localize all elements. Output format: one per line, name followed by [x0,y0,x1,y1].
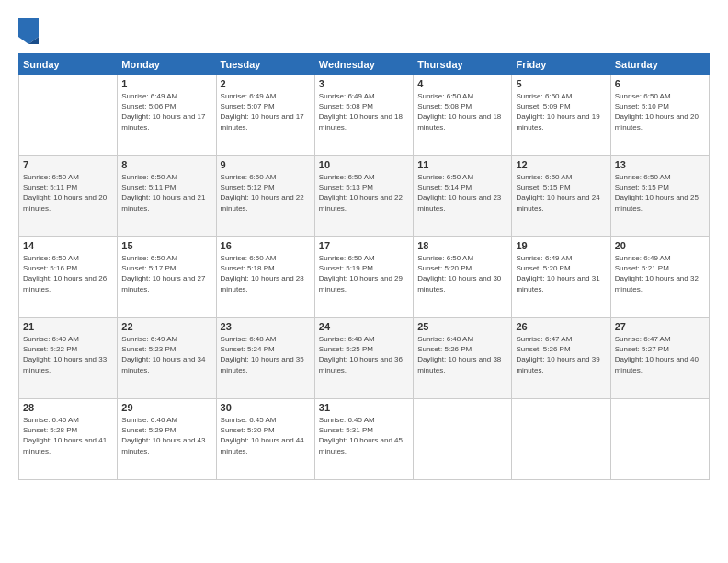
day-info: Sunrise: 6:49 AMSunset: 5:21 PMDaylight:… [615,253,705,294]
day-number: 19 [516,240,606,251]
calendar-header: SundayMondayTuesdayWednesdayThursdayFrid… [19,54,710,75]
day-number: 4 [417,78,507,89]
week-row-3: 21Sunrise: 6:49 AMSunset: 5:22 PMDayligh… [19,318,710,399]
day-number: 14 [23,240,113,251]
day-cell: 26Sunrise: 6:47 AMSunset: 5:26 PMDayligh… [512,318,610,399]
day-info: Sunrise: 6:49 AMSunset: 5:08 PMDaylight:… [319,91,409,132]
day-cell: 19Sunrise: 6:49 AMSunset: 5:20 PMDayligh… [512,237,610,318]
calendar-table: SundayMondayTuesdayWednesdayThursdayFrid… [18,53,710,480]
day-number: 25 [417,321,507,332]
day-cell: 28Sunrise: 6:46 AMSunset: 5:28 PMDayligh… [19,399,118,480]
day-number: 22 [121,321,211,332]
day-cell: 21Sunrise: 6:49 AMSunset: 5:22 PMDayligh… [19,318,118,399]
day-number: 16 [221,240,311,251]
day-number: 10 [319,159,409,170]
week-row-1: 7Sunrise: 6:50 AMSunset: 5:11 PMDaylight… [19,156,710,237]
day-cell [414,399,512,480]
day-cell: 2Sunrise: 6:49 AMSunset: 5:07 PMDaylight… [216,75,314,156]
day-cell: 3Sunrise: 6:49 AMSunset: 5:08 PMDaylight… [314,75,413,156]
day-info: Sunrise: 6:50 AMSunset: 5:15 PMDaylight:… [615,172,705,213]
day-number: 5 [516,78,606,89]
logo-icon [18,18,39,44]
page: SundayMondayTuesdayWednesdayThursdayFrid… [0,0,728,563]
day-info: Sunrise: 6:49 AMSunset: 5:23 PMDaylight:… [121,334,211,375]
day-cell: 12Sunrise: 6:50 AMSunset: 5:15 PMDayligh… [512,156,610,237]
day-cell: 24Sunrise: 6:48 AMSunset: 5:25 PMDayligh… [314,318,413,399]
day-number: 18 [417,240,507,251]
day-cell: 17Sunrise: 6:50 AMSunset: 5:19 PMDayligh… [314,237,413,318]
day-cell [512,399,610,480]
day-info: Sunrise: 6:50 AMSunset: 5:20 PMDaylight:… [417,253,507,294]
day-cell: 4Sunrise: 6:50 AMSunset: 5:08 PMDaylight… [414,75,512,156]
day-cell: 15Sunrise: 6:50 AMSunset: 5:17 PMDayligh… [118,237,216,318]
header [18,17,710,44]
day-number: 23 [221,321,311,332]
day-number: 17 [319,240,409,251]
day-info: Sunrise: 6:50 AMSunset: 5:19 PMDaylight:… [319,253,409,294]
day-number: 26 [516,321,606,332]
day-cell: 23Sunrise: 6:48 AMSunset: 5:24 PMDayligh… [216,318,314,399]
day-info: Sunrise: 6:45 AMSunset: 5:31 PMDaylight:… [319,415,409,456]
day-info: Sunrise: 6:47 AMSunset: 5:27 PMDaylight:… [615,334,705,375]
day-number: 9 [221,159,311,170]
day-info: Sunrise: 6:46 AMSunset: 5:29 PMDaylight:… [121,415,211,456]
day-cell: 25Sunrise: 6:48 AMSunset: 5:26 PMDayligh… [414,318,512,399]
day-cell [610,399,709,480]
day-info: Sunrise: 6:50 AMSunset: 5:12 PMDaylight:… [221,172,311,213]
day-number: 8 [121,159,211,170]
day-number: 21 [23,321,113,332]
day-cell: 8Sunrise: 6:50 AMSunset: 5:11 PMDaylight… [118,156,216,237]
day-cell: 11Sunrise: 6:50 AMSunset: 5:14 PMDayligh… [414,156,512,237]
day-number: 1 [121,78,211,89]
day-cell: 22Sunrise: 6:49 AMSunset: 5:23 PMDayligh… [118,318,216,399]
day-number: 30 [221,402,311,413]
day-cell: 6Sunrise: 6:50 AMSunset: 5:10 PMDaylight… [610,75,709,156]
day-info: Sunrise: 6:48 AMSunset: 5:24 PMDaylight:… [221,334,311,375]
day-info: Sunrise: 6:48 AMSunset: 5:26 PMDaylight:… [417,334,507,375]
weekday-monday: Monday [118,54,216,75]
day-cell: 20Sunrise: 6:49 AMSunset: 5:21 PMDayligh… [610,237,709,318]
day-info: Sunrise: 6:50 AMSunset: 5:13 PMDaylight:… [319,172,409,213]
day-number: 15 [121,240,211,251]
weekday-row: SundayMondayTuesdayWednesdayThursdayFrid… [19,54,710,75]
day-number: 13 [615,159,705,170]
calendar-body: 1Sunrise: 6:49 AMSunset: 5:06 PMDaylight… [19,75,710,480]
day-info: Sunrise: 6:45 AMSunset: 5:30 PMDaylight:… [221,415,311,456]
day-number: 6 [615,78,705,89]
day-info: Sunrise: 6:48 AMSunset: 5:25 PMDaylight:… [319,334,409,375]
weekday-sunday: Sunday [19,54,118,75]
day-cell: 10Sunrise: 6:50 AMSunset: 5:13 PMDayligh… [314,156,413,237]
day-number: 29 [121,402,211,413]
weekday-tuesday: Tuesday [216,54,314,75]
day-info: Sunrise: 6:49 AMSunset: 5:20 PMDaylight:… [516,253,606,294]
day-cell: 1Sunrise: 6:49 AMSunset: 5:06 PMDaylight… [118,75,216,156]
day-number: 12 [516,159,606,170]
day-cell: 14Sunrise: 6:50 AMSunset: 5:16 PMDayligh… [19,237,118,318]
weekday-thursday: Thursday [414,54,512,75]
week-row-2: 14Sunrise: 6:50 AMSunset: 5:16 PMDayligh… [19,237,710,318]
day-info: Sunrise: 6:49 AMSunset: 5:06 PMDaylight:… [121,91,211,132]
day-cell: 7Sunrise: 6:50 AMSunset: 5:11 PMDaylight… [19,156,118,237]
day-cell: 9Sunrise: 6:50 AMSunset: 5:12 PMDaylight… [216,156,314,237]
day-number: 3 [319,78,409,89]
day-number: 20 [615,240,705,251]
day-info: Sunrise: 6:50 AMSunset: 5:14 PMDaylight:… [417,172,507,213]
day-cell: 30Sunrise: 6:45 AMSunset: 5:30 PMDayligh… [216,399,314,480]
day-info: Sunrise: 6:50 AMSunset: 5:11 PMDaylight:… [121,172,211,213]
day-info: Sunrise: 6:50 AMSunset: 5:18 PMDaylight:… [221,253,311,294]
day-info: Sunrise: 6:47 AMSunset: 5:26 PMDaylight:… [516,334,606,375]
day-info: Sunrise: 6:50 AMSunset: 5:15 PMDaylight:… [516,172,606,213]
day-cell: 18Sunrise: 6:50 AMSunset: 5:20 PMDayligh… [414,237,512,318]
day-number: 28 [23,402,113,413]
day-info: Sunrise: 6:50 AMSunset: 5:16 PMDaylight:… [23,253,113,294]
week-row-0: 1Sunrise: 6:49 AMSunset: 5:06 PMDaylight… [19,75,710,156]
day-cell: 5Sunrise: 6:50 AMSunset: 5:09 PMDaylight… [512,75,610,156]
day-cell: 16Sunrise: 6:50 AMSunset: 5:18 PMDayligh… [216,237,314,318]
day-info: Sunrise: 6:50 AMSunset: 5:11 PMDaylight:… [23,172,113,213]
day-number: 2 [221,78,311,89]
day-info: Sunrise: 6:49 AMSunset: 5:22 PMDaylight:… [23,334,113,375]
day-cell: 13Sunrise: 6:50 AMSunset: 5:15 PMDayligh… [610,156,709,237]
week-row-4: 28Sunrise: 6:46 AMSunset: 5:28 PMDayligh… [19,399,710,480]
day-number: 7 [23,159,113,170]
day-number: 27 [615,321,705,332]
